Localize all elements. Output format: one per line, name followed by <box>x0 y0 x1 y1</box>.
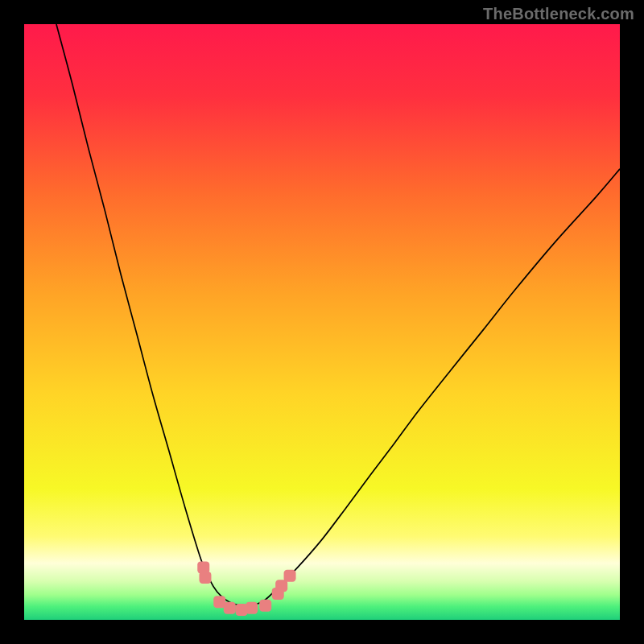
marker-point <box>275 580 287 592</box>
bottom-markers <box>197 561 295 616</box>
plot-area <box>24 24 620 620</box>
marker-point <box>259 600 271 612</box>
marker-point <box>284 570 296 582</box>
watermark-label: TheBottleneck.com <box>483 5 634 23</box>
marker-point <box>224 602 236 614</box>
marker-point <box>246 602 258 614</box>
chart-container: TheBottleneck.com <box>0 0 644 644</box>
markers-layer <box>24 24 620 620</box>
marker-point <box>199 572 211 584</box>
